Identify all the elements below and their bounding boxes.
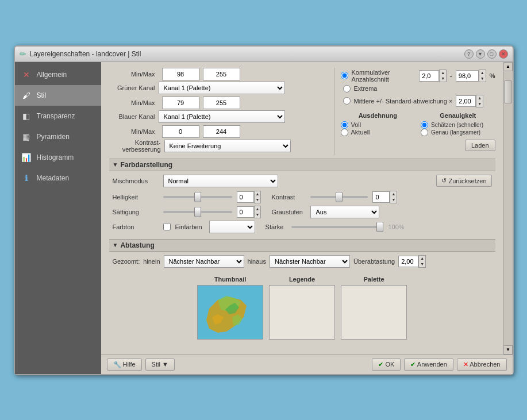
ok-button[interactable]: ✔ OK [372,359,401,371]
helligkeit-spinbtns: ▲ ▼ [254,191,261,203]
kontrast-input[interactable] [372,191,390,203]
main-content: Min/Max 98 255 Grüner Kanal Kanal 1 (Pal… [101,62,513,374]
ok-label: OK [385,361,394,368]
kumulativer-radio[interactable] [341,72,348,79]
sidebar-item-pyramiden[interactable]: ▦ Pyramiden [15,126,101,147]
kontrast-slider[interactable] [310,196,368,198]
top-section: Min/Max 98 255 Grüner Kanal Kanal 1 (Pal… [109,68,495,155]
genauigkeit-schneller-radio[interactable] [421,121,428,129]
sidebar-item-histogramm[interactable]: 📊 Histogramm [15,147,101,168]
gruen-min-input[interactable]: 98 [162,68,199,80]
stil-btn-label: Stil [152,361,160,368]
saettigung-spinbtns: ▲ ▼ [254,206,261,218]
kumulativer-min-down[interactable]: ▼ [440,76,446,82]
abtastung-title: Abtastung [120,241,154,249]
help-button[interactable]: ? [464,49,474,59]
scrollbar-thumb[interactable] [504,80,512,103]
abtastung-header: ▼ Abtastung [109,239,495,252]
mittlere-radio[interactable] [343,97,351,105]
sidebar-item-allgemein[interactable]: ✕ Allgemein [15,64,101,85]
kontrast-min-input[interactable]: 0 [162,125,199,138]
einfarben-color-select[interactable] [209,221,255,233]
abbrechen-label: Abbrechen [470,361,500,368]
histogramm-icon: 📊 [21,152,32,163]
scrollbar-down[interactable]: ▼ [503,345,513,355]
maximize-button[interactable]: □ [487,49,497,59]
farbton-label: Farbton [113,224,159,230]
genauigkeit-langsamer-radio[interactable] [421,129,428,136]
farbdarstellung-header: ▼ Farbdarstellung [109,159,495,171]
close-button[interactable]: ✕ [499,49,508,59]
minmax-label-kontrast: Min/Max [109,128,155,135]
ueberabtastung-input[interactable] [398,256,418,267]
kumulativer-min-up[interactable]: ▲ [440,70,446,76]
kumulativer-max-input[interactable] [456,70,479,82]
helligkeit-up[interactable]: ▲ [255,191,261,197]
zuruecksetzen-button[interactable]: ↺ Zurücksetzen [436,175,491,187]
einfarben-label: Einfärben [175,224,202,230]
stil-dropdown-arrow-icon: ▼ [162,361,168,368]
helligkeit-input[interactable] [237,191,254,203]
abtastung-arrow-icon: ▼ [113,242,118,248]
palette-label: Palette [363,276,384,283]
gruen-kanal-select[interactable]: Kanal 1 (Palette) [159,82,285,94]
title-bar-left: ✏ Layereigenschaften - landcover | Stil [20,49,141,59]
mittlere-down[interactable]: ▼ [476,101,483,107]
blau-max-input[interactable]: 255 [203,97,240,109]
sidebar-item-metadaten[interactable]: ℹ Metadaten [15,168,101,188]
genauigkeit-langsamer-label: Genau (langsamer) [431,129,480,136]
footer-left: 🔧 Hilfe Stil ▼ [107,359,175,371]
ausdehnung-aktuell-label: Aktuell [351,129,370,136]
kontrast-up[interactable]: ▲ [390,191,397,197]
laden-button[interactable]: Laden [465,140,495,151]
footer-right: ✔ OK ✔ Anwenden ✕ Abbrechen [372,359,506,371]
kumulativer-max-down[interactable]: ▼ [479,76,486,82]
mittlere-up[interactable]: ▲ [476,95,483,101]
scrollbar-up[interactable]: ▲ [503,62,513,71]
staerke-slider[interactable] [291,226,383,228]
graustufen-label: Graustufen [271,209,306,215]
mischmode-select[interactable]: Normal [163,175,278,187]
ueberabtastung-up[interactable]: ▲ [419,256,425,261]
hinein-select[interactable]: Nächster Nachbar [164,255,244,268]
anwenden-button[interactable]: ✔ Anwenden [404,359,453,371]
sidebar-item-stil[interactable]: 🖌 Stil [15,85,101,106]
gruen-kanal-row: Grüner Kanal Kanal 1 (Palette) [109,82,334,94]
ueberabtastung-down[interactable]: ▼ [419,261,425,267]
minimize-button[interactable]: ▼ [476,49,485,59]
mittlere-input[interactable] [456,95,476,107]
helligkeit-slider[interactable] [163,196,232,198]
helligkeit-down[interactable]: ▼ [255,197,261,203]
extrema-radio[interactable] [343,85,351,93]
sidebar-item-transparenz[interactable]: ◧ Transparenz [15,106,101,126]
blau-min-input[interactable]: 79 [162,97,199,109]
allgemein-icon: ✕ [21,69,32,80]
saettigung-up[interactable]: ▲ [255,206,261,212]
saettigung-slider[interactable] [163,211,232,213]
saettigung-down[interactable]: ▼ [255,212,261,218]
kumulativer-min-input[interactable] [419,70,439,82]
hinaus-select[interactable]: Nächster Nachbar [270,255,350,268]
mischmode-row: Mischmodus Normal ↺ Zurücksetzen [109,175,495,187]
kontrast-max-input[interactable]: 244 [203,125,240,138]
gruen-max-input[interactable]: 255 [203,68,240,80]
hilfe-button[interactable]: 🔧 Hilfe [107,359,142,371]
helligkeit-spin: ▲ ▼ [237,191,261,203]
kontrast-select[interactable]: Keine Erweiterung [164,140,291,152]
einfarben-checkbox[interactable] [163,223,171,230]
stil-dropdown-button[interactable]: Stil ▼ [145,359,175,371]
sidebar-item-label-pyramiden: Pyramiden [37,133,70,141]
ausdehnung-aktuell-radio[interactable] [341,129,348,136]
kontrast-label: Kontrast-verbesserung [109,139,161,153]
ausdehnung-voll-radio[interactable] [341,121,348,129]
graustufen-select[interactable]: Aus [310,206,379,218]
kumulativer-max-up[interactable]: ▲ [479,70,486,76]
abbrechen-button[interactable]: ✕ Abbrechen [457,359,507,371]
abtastung-section: ▼ Abtastung Gezoomt: hinein Nächster Nac… [109,239,495,343]
genauigkeit-langsamer-row: Genau (langsamer) [421,129,495,136]
blau-kanal-select[interactable]: Kanal 1 (Palette) [159,110,285,123]
ueberabtastung-spin: ▲ ▼ [398,255,426,268]
kontrast-down[interactable]: ▼ [390,197,397,203]
scrollbar[interactable]: ▲ ▼ [503,62,513,355]
saettigung-input[interactable] [237,206,254,218]
